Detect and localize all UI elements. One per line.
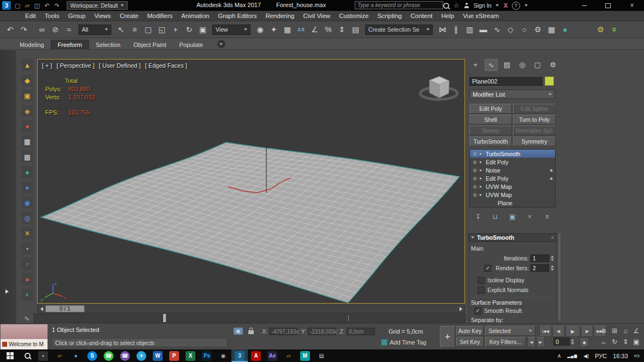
object-color-swatch[interactable] bbox=[545, 76, 554, 86]
viewcube[interactable] bbox=[420, 76, 457, 99]
previous-key-button[interactable]: ◀ bbox=[527, 337, 535, 347]
xstream-sync-icon[interactable]: » bbox=[608, 23, 621, 37]
panel-scrollbar[interactable] bbox=[558, 233, 560, 321]
select-and-link-icon[interactable]: ∞ bbox=[35, 23, 49, 36]
expand-arrow-icon[interactable]: ▸ bbox=[480, 151, 484, 156]
orbit-icon[interactable]: ↻ bbox=[609, 336, 620, 347]
remove-modifier-icon[interactable]: × bbox=[524, 212, 535, 222]
ribbon-options-button[interactable] bbox=[217, 40, 225, 48]
normalize-spline-button[interactable]: Normalize Spl. bbox=[513, 126, 556, 135]
modify-tab-icon[interactable]: ∿ bbox=[485, 59, 498, 71]
named-selection-dropdown[interactable]: Create Selection Se bbox=[365, 25, 433, 35]
menu-customize[interactable]: Customize bbox=[335, 13, 373, 19]
frame-spinner-arrows[interactable] bbox=[571, 339, 574, 345]
render-iters-spinner[interactable] bbox=[551, 265, 554, 271]
add-key-button[interactable]: + bbox=[440, 326, 455, 348]
time-slider[interactable]: 0 / 1 bbox=[37, 305, 465, 313]
flyout-arrow-icon[interactable] bbox=[5, 289, 9, 294]
selection-lock-icon[interactable] bbox=[248, 330, 254, 334]
custom-tool-7-icon[interactable]: ▩ bbox=[21, 151, 33, 163]
maximize-viewport-icon[interactable]: ▣ bbox=[631, 336, 642, 347]
taskbar-explorer-icon[interactable]: ▱ bbox=[51, 349, 68, 362]
snaps-toggle-icon[interactable]: 2.5 bbox=[294, 23, 308, 36]
select-and-manipulate-icon[interactable]: ✦ bbox=[267, 23, 281, 36]
taskbar-terminal-icon[interactable]: ▪ bbox=[35, 349, 51, 362]
search-icon[interactable] bbox=[443, 3, 449, 9]
search-input[interactable] bbox=[355, 1, 443, 9]
material-editor-icon[interactable]: ○ bbox=[517, 23, 531, 36]
viewport-canvas[interactable]: x y z bbox=[38, 60, 464, 303]
z-coordinate-field[interactable]: Z:0,0cm bbox=[339, 328, 375, 335]
key-mode-toggle-icon[interactable]: ◆ bbox=[580, 337, 589, 347]
new-scene-icon[interactable]: ▢ bbox=[13, 1, 22, 10]
pan-icon[interactable]: ↔ bbox=[598, 336, 609, 347]
utilities-tab-icon[interactable]: ⚙ bbox=[547, 59, 559, 70]
taskbar-excel-icon[interactable]: X bbox=[182, 349, 199, 362]
taskbar-3dsmax-icon[interactable]: 3 bbox=[231, 349, 248, 362]
sign-in-chevron-icon[interactable] bbox=[496, 4, 499, 7]
render-production-icon[interactable]: ● bbox=[558, 23, 572, 36]
window-crossing-icon[interactable]: ◱ bbox=[155, 23, 169, 36]
select-and-move-icon[interactable]: + bbox=[169, 23, 182, 36]
menu-scripting[interactable]: Scripting bbox=[373, 13, 406, 19]
menu-modifiers[interactable]: Modifiers bbox=[143, 13, 177, 19]
custom-tool-16-icon[interactable]: ◗ bbox=[21, 288, 33, 300]
mirror-icon[interactable]: ⋈ bbox=[436, 23, 449, 36]
rollout-header[interactable]: TurboSmooth ≡ bbox=[468, 233, 557, 242]
maximize-button[interactable] bbox=[596, 0, 620, 11]
expand-arrow-icon[interactable]: ▸ bbox=[480, 192, 484, 197]
next-key-button[interactable]: ▶ bbox=[536, 337, 545, 347]
taskbar-telegram-icon[interactable]: ✈ bbox=[133, 349, 150, 362]
custom-tool-5-icon[interactable]: ● bbox=[21, 120, 33, 132]
custom-tool-11-icon[interactable]: ◎ bbox=[21, 212, 33, 224]
custom-tool-4-icon[interactable]: ◈ bbox=[21, 105, 33, 117]
create-tab-icon[interactable]: + bbox=[469, 59, 481, 70]
settings-gear-icon[interactable]: ⚙ bbox=[594, 23, 607, 36]
next-frame-button[interactable]: |▶ bbox=[581, 326, 593, 337]
stack-item-turbosmooth[interactable]: ⊙ ▸ TurboSmooth bbox=[470, 150, 555, 158]
zoom-extents-icon[interactable]: ⌂ bbox=[620, 325, 631, 336]
spinner-snap-icon[interactable]: ⇕ bbox=[335, 23, 349, 36]
bind-to-space-warp-icon[interactable]: ≈ bbox=[62, 23, 76, 36]
visibility-eye-icon[interactable]: ⊙ bbox=[472, 151, 478, 157]
stack-item-uvw-map[interactable]: ⊙ ▸ UVW Map bbox=[470, 191, 555, 199]
explicit-normals-checkbox[interactable] bbox=[478, 287, 485, 294]
tab-populate[interactable]: Populate bbox=[172, 40, 209, 49]
configure-modifier-sets-icon[interactable]: ≡ bbox=[541, 212, 552, 222]
menu-graph-editors[interactable]: Graph Editors bbox=[213, 13, 261, 19]
visibility-eye-icon[interactable]: ⊙ bbox=[472, 192, 478, 198]
current-frame-field[interactable]: 0 bbox=[553, 337, 570, 346]
mini-curve-editor-button[interactable]: ∿ bbox=[20, 313, 34, 323]
undo-icon[interactable]: ↶ bbox=[42, 1, 52, 10]
custom-tool-3-icon[interactable]: ▣ bbox=[21, 90, 33, 102]
stack-item-edit-poly-top[interactable]: ⊙ ▸ Edit Poly bbox=[470, 158, 555, 166]
open-file-icon[interactable]: ▱ bbox=[22, 1, 32, 10]
help-chevron-icon[interactable] bbox=[524, 4, 528, 7]
iterations-field[interactable]: 1 bbox=[530, 254, 549, 262]
menu-tools[interactable]: Tools bbox=[40, 13, 64, 19]
minimize-button[interactable] bbox=[572, 0, 596, 11]
stack-item-uvw-map-top[interactable]: ⊙ ▸ UVW Map bbox=[470, 182, 555, 191]
perspective-viewport[interactable]: x y z [ + ][ Perspective ][ User Defined… bbox=[37, 59, 465, 304]
angle-snap-icon[interactable]: ∠ bbox=[308, 23, 321, 36]
help-icon[interactable]: ? bbox=[512, 2, 520, 10]
layer-manager-icon[interactable]: ▥ bbox=[463, 23, 476, 36]
display-tab-icon[interactable]: ▢ bbox=[532, 59, 544, 70]
keyboard-override-toggle-icon[interactable]: ▦ bbox=[234, 328, 243, 335]
menu-create[interactable]: Create bbox=[115, 13, 143, 19]
visibility-eye-icon[interactable]: ⊙ bbox=[472, 184, 478, 189]
schematic-view-icon[interactable]: ◇ bbox=[504, 23, 517, 36]
taskbar-powerpoint-icon[interactable]: P bbox=[166, 349, 182, 362]
show-end-result-icon[interactable]: ⊔ bbox=[490, 212, 500, 222]
custom-tool-13-icon[interactable]: ▪ bbox=[21, 242, 33, 254]
redo-icon[interactable]: ↷ bbox=[52, 1, 62, 10]
expand-arrow-icon[interactable]: ▸ bbox=[480, 176, 484, 181]
viewport-plus-menu[interactable]: [ + ] bbox=[42, 62, 52, 69]
start-button[interactable] bbox=[0, 349, 20, 362]
network-icon[interactable]: ▂▄▆ bbox=[567, 354, 577, 358]
taskbar-search-button[interactable] bbox=[20, 349, 35, 362]
custom-tool-14-icon[interactable]: ▫ bbox=[21, 258, 33, 270]
custom-tool-1-icon[interactable]: ▲ bbox=[21, 59, 33, 71]
trackbar-handle[interactable] bbox=[163, 314, 166, 322]
edit-poly-button[interactable]: Edit Poly bbox=[469, 104, 512, 114]
